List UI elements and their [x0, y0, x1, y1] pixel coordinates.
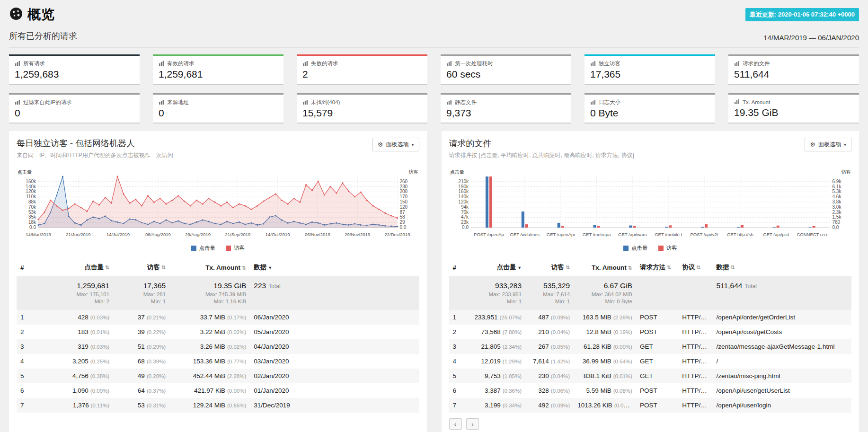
cell-text: 2	[453, 328, 457, 335]
cell-value: 68	[138, 358, 145, 365]
summary-card: 过滤来自此IP的请求 0	[9, 93, 140, 123]
svg-text:140k: 140k	[458, 194, 469, 199]
cell-text: 06/Jan/2020	[254, 314, 289, 321]
cell-value: 129.24 MiB	[193, 402, 225, 409]
svg-text:06/Nov/2019: 06/Nov/2019	[305, 232, 330, 237]
cell-text: /zentao/misc-ping.html	[717, 372, 780, 379]
summary-value: 511,644	[717, 282, 743, 290]
table-row: 61,090(0.09%)64(0.37%)421.97 KiB(0.00%)0…	[17, 383, 419, 398]
sort-icon: ⇅	[696, 264, 700, 270]
card-label-row: 过滤来自此IP的请求	[15, 99, 134, 106]
legend-label: 点击量	[631, 245, 648, 252]
sort-icon: ⇅	[566, 264, 570, 270]
legend-swatch	[226, 246, 231, 251]
cell-percent: (1.42%)	[551, 359, 570, 364]
column-header[interactable]: 访客⇅	[525, 258, 574, 276]
svg-text:GET http://sh: GET http://sh	[726, 232, 753, 237]
card-label-row: 未找到(404)	[302, 99, 422, 106]
cell-value: 1,376	[73, 402, 89, 409]
panel-daily-visitors: 每日独立访客 - 包括网络机器人 来自同一IP、时间和HTTP用户代理的多次点击…	[9, 131, 427, 432]
prev-page-button[interactable]: ‹	[449, 418, 462, 430]
cell-percent: (0.37%)	[147, 388, 166, 394]
cell-value: 452.44 MiB	[193, 372, 225, 379]
panel-options-button[interactable]: ⚙ 面板选项 ▾	[805, 138, 851, 151]
cell-percent: (7.88%)	[503, 329, 522, 335]
gear-icon: ⚙	[810, 141, 815, 148]
chart-legend: 点击量访客	[449, 245, 852, 252]
column-header[interactable]: 数据⇅	[713, 258, 851, 276]
table-row: 412,019(1.29%)7,614(1.42%)36.99 MiB(0.54…	[449, 354, 852, 369]
column-header[interactable]: Tx. Amount⇅	[574, 258, 636, 276]
column-label: 访客	[551, 264, 564, 271]
goaccess-logo-icon	[9, 7, 23, 23]
panel-options-button[interactable]: ⚙ 面板选项 ▾	[372, 138, 419, 151]
panel-header: 请求的文件 请求排序按 [点击量, 平均响应时, 总共响应时, 最高响应时, 请…	[449, 138, 852, 159]
table-row: 73,199(0.34%)492(0.09%)1013.26 KiB(0.01%…	[449, 398, 852, 413]
panel-subtitle: 请求排序按 [点击量, 平均响应时, 总共响应时, 最高响应时, 请求方法, 协…	[449, 151, 634, 159]
cell-percent: (0.22%)	[147, 329, 166, 335]
cell-text: 2	[20, 328, 24, 335]
card-label: 过滤来自此IP的请求	[23, 99, 72, 106]
column-label: 协议	[682, 264, 695, 271]
summary-suffix: Total	[743, 283, 756, 290]
card-value: 60 secs	[446, 69, 566, 80]
requested-files-table: #点击量▼访客⇅Tx. Amount⇅请求方法⇅协议⇅数据⇅933,283Max…	[449, 258, 852, 413]
next-page-button[interactable]: ›	[466, 418, 479, 430]
card-label-row: 日志大小	[590, 99, 709, 106]
summary-card: 日志大小 0 Byte	[585, 93, 715, 123]
svg-text:94k: 94k	[461, 204, 469, 210]
column-header[interactable]: 请求方法⇅	[636, 258, 678, 276]
summary-minmax: Min: 1	[471, 299, 522, 304]
column-header[interactable]: 协议⇅	[678, 258, 712, 276]
column-header[interactable]: 访客⇅	[113, 258, 169, 276]
cell-text: GET	[640, 372, 653, 379]
column-label: Tx. Amount	[205, 264, 240, 271]
column-header[interactable]: 数据▼	[250, 258, 419, 276]
summary-row: 933,283Max: 233,951Min: 1535,329Max: 7,6…	[449, 276, 852, 310]
svg-text:0.0: 0.0	[832, 225, 839, 230]
card-value: 1,259,683	[15, 69, 134, 80]
cell-text: /openApi/user/getUserList	[717, 387, 790, 394]
summary-value: 6.67 GiB	[604, 282, 632, 290]
summary-suffix: Total	[267, 283, 280, 290]
column-header: #	[17, 258, 37, 276]
card-value: 19.35 GiB	[734, 107, 853, 118]
column-header[interactable]: 点击量⇅	[37, 258, 114, 276]
svg-text:GET /api/pict: GET /api/pict	[763, 232, 789, 237]
cell-value: 230	[538, 372, 549, 379]
legend-item[interactable]: 点击量	[191, 245, 216, 252]
card-label-row: 静态文件	[446, 99, 566, 106]
summary-value: 933,283	[495, 282, 522, 290]
cell-percent: (0.09%)	[551, 403, 570, 408]
cell-value: 3,387	[485, 387, 501, 394]
legend-item[interactable]: 访客	[658, 245, 677, 252]
summary-card: 失败的请求 2	[297, 54, 427, 85]
cell-percent: (0.77%)	[227, 359, 246, 364]
summary-minmax: Max: 364.02 MiB	[577, 291, 632, 297]
cell-text: GET	[640, 358, 653, 365]
cell-text: 3	[453, 343, 457, 350]
legend-item[interactable]: 点击量	[623, 245, 648, 252]
cell-text: /	[717, 358, 718, 365]
panel-title: 每日独立访客 - 包括网络机器人	[17, 138, 173, 149]
svg-text:6.1k: 6.1k	[832, 184, 841, 189]
card-value: 9,373	[446, 107, 566, 119]
column-label: Tx. Amount	[592, 264, 627, 271]
cell-percent: (0.34%)	[503, 403, 522, 408]
column-label: 访客	[147, 264, 160, 271]
legend-item[interactable]: 访客	[226, 245, 245, 252]
cell-percent: (0.01%)	[90, 329, 109, 335]
summary-card: 未找到(404) 15,579	[297, 93, 427, 123]
cell-value: 61.28 KiB	[584, 343, 611, 350]
column-header[interactable]: Tx. Amount⇅	[169, 258, 250, 276]
cell-percent: (0.19%)	[613, 329, 632, 335]
summary-value: 535,329	[543, 282, 570, 290]
column-header[interactable]: 点击量▼	[467, 258, 525, 276]
card-value: 0 Byte	[590, 107, 709, 119]
cell-value: 1013.26 KiB	[577, 402, 612, 409]
card-label: 请求的文件	[743, 60, 770, 67]
svg-text:260: 260	[399, 179, 407, 184]
svg-text:1.5k: 1.5k	[832, 214, 841, 220]
cell-text: 01/Jan/2020	[254, 387, 289, 394]
card-label-row: Tx. Amount	[734, 99, 853, 106]
